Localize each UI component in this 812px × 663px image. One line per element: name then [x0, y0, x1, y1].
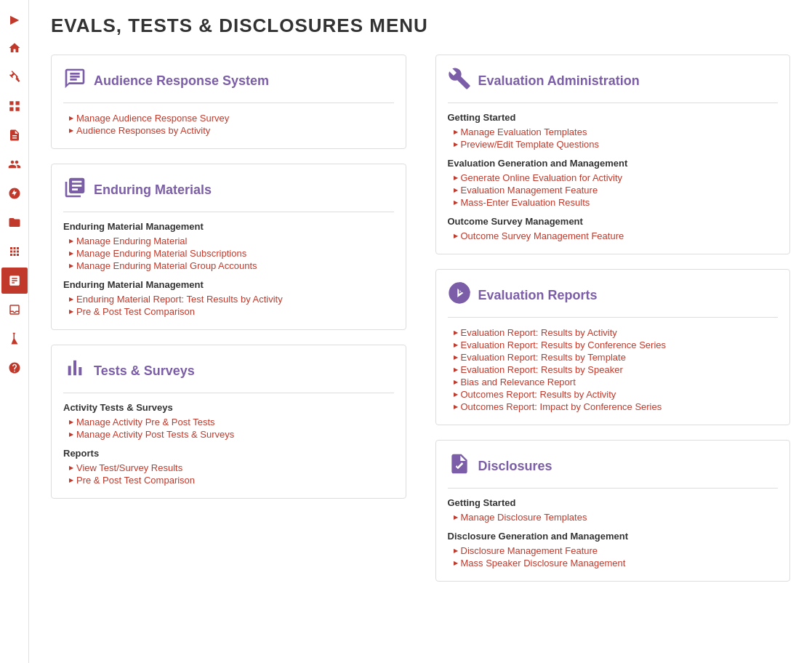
manage-enduring-material-subscriptions-link[interactable]: Manage Enduring Material Subscriptions: [69, 247, 394, 260]
pre-post-test-comparison-enduring-link[interactable]: Pre & Post Test Comparison: [69, 305, 394, 318]
enduring-materials-section: Enduring Materials Enduring Material Man…: [51, 164, 406, 330]
sidebar: ▶: [0, 0, 29, 663]
enduring-material-report-link[interactable]: Enduring Material Report: Test Results b…: [69, 293, 394, 305]
evaluation-reports-header: Evaluation Reports: [448, 281, 779, 318]
getting-started-eval-title: Getting Started: [448, 112, 779, 123]
tests-surveys-section: Tests & Surveys Activity Tests & Surveys…: [51, 345, 406, 499]
main-content: EVALS, TESTS & DISCLOSURES MENU Audience…: [29, 0, 812, 663]
eval-generation-title: Evaluation Generation and Management: [448, 158, 779, 169]
eval-report-results-by-speaker-link[interactable]: Evaluation Report: Results by Speaker: [454, 363, 779, 376]
sidebar-item-doc[interactable]: [1, 122, 28, 148]
mass-speaker-disclosure-management-link[interactable]: Mass Speaker Disclosure Management: [454, 557, 779, 569]
evaluation-reports-icon: [448, 281, 471, 310]
tests-surveys-icon: [63, 357, 87, 385]
manage-audience-response-link[interactable]: Manage Audience Response Survey: [69, 112, 394, 124]
enduring-mgmt-title-2: Enduring Material Management: [63, 279, 394, 290]
outcome-survey-management-feature-link[interactable]: Outcome Survey Management Feature: [454, 230, 779, 242]
bias-and-relevance-report-link[interactable]: Bias and Relevance Report: [454, 376, 779, 388]
audience-response-section: Audience Response System Manage Audience…: [51, 55, 406, 149]
disclosures-title: Disclosures: [478, 459, 552, 474]
sidebar-item-grid[interactable]: [1, 93, 28, 119]
eval-report-results-by-template-link[interactable]: Evaluation Report: Results by Template: [454, 351, 779, 363]
outcomes-report-results-by-activity-link[interactable]: Outcomes Report: Results by Activity: [454, 388, 779, 401]
preview-edit-template-questions-link[interactable]: Preview/Edit Template Questions: [454, 138, 779, 150]
manage-disclosure-templates-link[interactable]: Manage Disclosure Templates: [454, 511, 779, 523]
reports-title: Reports: [63, 448, 394, 459]
disclosures-section: Disclosures Getting Started Manage Discl…: [435, 440, 791, 582]
mass-enter-evaluation-results-link[interactable]: Mass-Enter Evaluation Results: [454, 196, 779, 209]
pre-post-test-comparison-tests-link[interactable]: Pre & Post Test Comparison: [69, 474, 394, 486]
evaluation-management-feature-link[interactable]: Evaluation Management Feature: [454, 184, 779, 196]
manage-activity-pre-post-tests-link[interactable]: Manage Activity Pre & Post Tests: [69, 416, 394, 428]
sidebar-item-inbox[interactable]: [1, 297, 28, 323]
manage-evaluation-templates-link[interactable]: Manage Evaluation Templates: [454, 126, 779, 138]
activity-tests-surveys-title: Activity Tests & Surveys: [63, 402, 394, 413]
evaluation-admin-section: Evaluation Administration Getting Starte…: [435, 55, 791, 254]
enduring-materials-icon: [63, 176, 87, 204]
enduring-materials-header: Enduring Materials: [63, 176, 394, 212]
eval-report-results-by-conference-series-link[interactable]: Evaluation Report: Results by Conference…: [454, 339, 779, 351]
evaluation-reports-title: Evaluation Reports: [478, 288, 598, 303]
evaluation-admin-icon: [448, 67, 471, 95]
right-column: Evaluation Administration Getting Starte…: [435, 55, 791, 596]
left-column: Audience Response System Manage Audience…: [51, 55, 406, 596]
audience-response-icon: [63, 67, 87, 95]
audience-responses-by-activity-link[interactable]: Audience Responses by Activity: [69, 124, 394, 137]
evaluation-reports-section: Evaluation Reports Evaluation Report: Re…: [435, 269, 791, 425]
sidebar-item-flask[interactable]: [1, 326, 28, 352]
sidebar-item-home[interactable]: [1, 35, 28, 61]
sidebar-item-chart[interactable]: [1, 268, 28, 294]
audience-response-header: Audience Response System: [63, 67, 394, 103]
tests-surveys-title: Tests & Surveys: [94, 363, 195, 379]
getting-started-disc-title: Getting Started: [448, 497, 779, 508]
audience-response-title: Audience Response System: [94, 73, 269, 89]
eval-report-results-by-activity-link[interactable]: Evaluation Report: Results by Activity: [454, 326, 779, 339]
sidebar-item-arrow[interactable]: ▶: [1, 6, 28, 32]
outcome-survey-mgmt-title: Outcome Survey Management: [448, 216, 779, 227]
view-test-survey-results-link[interactable]: View Test/Survey Results: [69, 462, 394, 474]
sidebar-item-medical[interactable]: [1, 180, 28, 206]
disclosure-management-feature-link[interactable]: Disclosure Management Feature: [454, 545, 779, 557]
disc-generation-title: Disclosure Generation and Management: [448, 531, 779, 542]
evaluation-admin-header: Evaluation Administration: [448, 67, 779, 103]
manage-enduring-material-group-accounts-link[interactable]: Manage Enduring Material Group Accounts: [69, 260, 394, 272]
disclosures-header: Disclosures: [448, 452, 779, 489]
columns-container: Audience Response System Manage Audience…: [51, 55, 790, 596]
manage-activity-post-tests-surveys-link[interactable]: Manage Activity Post Tests & Surveys: [69, 428, 394, 441]
outcomes-report-impact-by-conference-series-link[interactable]: Outcomes Report: Impact by Conference Se…: [454, 401, 779, 413]
sidebar-item-folder[interactable]: [1, 209, 28, 236]
sidebar-item-apps[interactable]: [1, 238, 28, 265]
evaluation-admin-title: Evaluation Administration: [478, 73, 640, 89]
sidebar-item-tools[interactable]: [1, 64, 28, 90]
page-title: EVALS, TESTS & DISCLOSURES MENU: [51, 15, 790, 37]
manage-enduring-material-link[interactable]: Manage Enduring Material: [69, 235, 394, 247]
enduring-mgmt-title-1: Enduring Material Management: [63, 221, 394, 232]
enduring-materials-title: Enduring Materials: [94, 182, 212, 198]
generate-online-evaluation-link[interactable]: Generate Online Evaluation for Activity: [454, 172, 779, 184]
sidebar-item-person[interactable]: [1, 151, 28, 177]
disclosures-icon: [448, 452, 471, 481]
sidebar-item-help[interactable]: [1, 355, 28, 381]
tests-surveys-header: Tests & Surveys: [63, 357, 394, 393]
